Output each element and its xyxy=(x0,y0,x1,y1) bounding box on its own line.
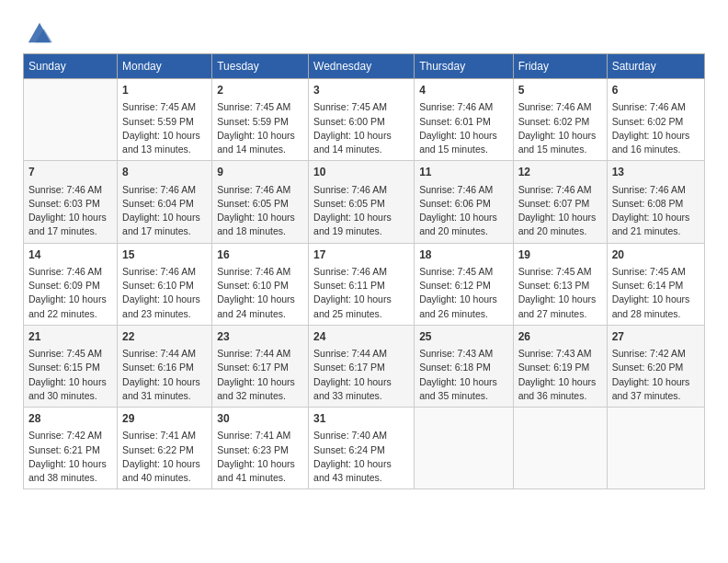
day-of-week-header: Wednesday xyxy=(309,54,415,79)
day-number: 8 xyxy=(122,165,207,180)
calendar-week-row: 1Sunrise: 7:45 AMSunset: 5:59 PMDaylight… xyxy=(24,79,705,161)
calendar-week-row: 7Sunrise: 7:46 AMSunset: 6:03 PMDaylight… xyxy=(24,161,705,243)
day-of-week-header: Saturday xyxy=(607,54,704,79)
day-of-week-header: Monday xyxy=(118,54,212,79)
day-number: 7 xyxy=(28,165,112,180)
calendar-day-cell: 14Sunrise: 7:46 AMSunset: 6:09 PMDayligh… xyxy=(24,243,118,325)
day-number: 6 xyxy=(612,83,700,98)
calendar-week-row: 21Sunrise: 7:45 AMSunset: 6:15 PMDayligh… xyxy=(24,325,705,407)
calendar-day-cell: 28Sunrise: 7:42 AMSunset: 6:21 PMDayligh… xyxy=(24,408,118,489)
calendar-day-cell: 31Sunrise: 7:40 AMSunset: 6:24 PMDayligh… xyxy=(309,408,415,489)
day-number: 5 xyxy=(518,83,602,98)
calendar-day-cell xyxy=(415,408,513,489)
day-number: 16 xyxy=(217,247,303,263)
day-number: 31 xyxy=(313,411,409,427)
day-number: 21 xyxy=(28,329,112,345)
day-of-week-header: Tuesday xyxy=(212,54,309,79)
calendar-day-cell: 7Sunrise: 7:46 AMSunset: 6:03 PMDaylight… xyxy=(24,161,118,243)
calendar-day-cell xyxy=(607,408,704,489)
calendar-day-cell: 4Sunrise: 7:46 AMSunset: 6:01 PMDaylight… xyxy=(415,79,513,161)
calendar-day-cell: 30Sunrise: 7:41 AMSunset: 6:23 PMDayligh… xyxy=(212,408,309,489)
logo xyxy=(23,18,52,44)
day-number: 15 xyxy=(122,247,207,263)
calendar-week-row: 14Sunrise: 7:46 AMSunset: 6:09 PMDayligh… xyxy=(24,243,705,325)
calendar-day-cell: 26Sunrise: 7:43 AMSunset: 6:19 PMDayligh… xyxy=(513,325,607,407)
calendar-header-row: SundayMondayTuesdayWednesdayThursdayFrid… xyxy=(24,54,705,79)
day-number: 25 xyxy=(419,329,507,345)
day-number: 18 xyxy=(419,247,507,263)
calendar-day-cell xyxy=(24,79,118,161)
calendar-day-cell: 12Sunrise: 7:46 AMSunset: 6:07 PMDayligh… xyxy=(513,161,607,243)
day-number: 10 xyxy=(313,165,409,180)
calendar-day-cell: 19Sunrise: 7:45 AMSunset: 6:13 PMDayligh… xyxy=(513,243,607,325)
calendar-day-cell: 13Sunrise: 7:46 AMSunset: 6:08 PMDayligh… xyxy=(607,161,704,243)
calendar-day-cell: 23Sunrise: 7:44 AMSunset: 6:17 PMDayligh… xyxy=(212,325,309,407)
day-number: 11 xyxy=(419,165,507,180)
day-number: 20 xyxy=(612,247,700,263)
day-number: 28 xyxy=(28,411,112,427)
day-number: 23 xyxy=(217,329,303,345)
calendar-day-cell: 20Sunrise: 7:45 AMSunset: 6:14 PMDayligh… xyxy=(607,243,704,325)
calendar-day-cell: 29Sunrise: 7:41 AMSunset: 6:22 PMDayligh… xyxy=(118,408,212,489)
day-number: 1 xyxy=(122,83,207,98)
calendar-day-cell: 8Sunrise: 7:46 AMSunset: 6:04 PMDaylight… xyxy=(118,161,212,243)
day-number: 4 xyxy=(419,83,507,98)
day-number: 27 xyxy=(612,329,700,345)
calendar-day-cell: 18Sunrise: 7:45 AMSunset: 6:12 PMDayligh… xyxy=(415,243,513,325)
calendar-week-row: 28Sunrise: 7:42 AMSunset: 6:21 PMDayligh… xyxy=(24,408,705,489)
calendar-table: SundayMondayTuesdayWednesdayThursdayFrid… xyxy=(23,53,705,489)
calendar-day-cell: 16Sunrise: 7:46 AMSunset: 6:10 PMDayligh… xyxy=(212,243,309,325)
day-number: 14 xyxy=(28,247,112,263)
calendar-day-cell: 2Sunrise: 7:45 AMSunset: 5:59 PMDaylight… xyxy=(212,79,309,161)
day-number: 9 xyxy=(217,165,303,180)
calendar-day-cell: 24Sunrise: 7:44 AMSunset: 6:17 PMDayligh… xyxy=(309,325,415,407)
calendar-day-cell: 11Sunrise: 7:46 AMSunset: 6:06 PMDayligh… xyxy=(415,161,513,243)
calendar-day-cell: 22Sunrise: 7:44 AMSunset: 6:16 PMDayligh… xyxy=(118,325,212,407)
day-number: 3 xyxy=(313,83,409,98)
calendar-day-cell: 27Sunrise: 7:42 AMSunset: 6:20 PMDayligh… xyxy=(607,325,704,407)
calendar-day-cell: 10Sunrise: 7:46 AMSunset: 6:05 PMDayligh… xyxy=(309,161,415,243)
day-number: 17 xyxy=(313,247,409,263)
calendar-day-cell: 21Sunrise: 7:45 AMSunset: 6:15 PMDayligh… xyxy=(24,325,118,407)
calendar-day-cell: 17Sunrise: 7:46 AMSunset: 6:11 PMDayligh… xyxy=(309,243,415,325)
day-number: 13 xyxy=(612,165,700,180)
day-number: 2 xyxy=(217,83,303,98)
calendar-day-cell: 3Sunrise: 7:45 AMSunset: 6:00 PMDaylight… xyxy=(309,79,415,161)
day-of-week-header: Sunday xyxy=(24,54,118,79)
day-number: 19 xyxy=(518,247,602,263)
calendar-day-cell: 25Sunrise: 7:43 AMSunset: 6:18 PMDayligh… xyxy=(415,325,513,407)
calendar-day-cell xyxy=(513,408,607,489)
calendar-day-cell: 9Sunrise: 7:46 AMSunset: 6:05 PMDaylight… xyxy=(212,161,309,243)
calendar-day-cell: 5Sunrise: 7:46 AMSunset: 6:02 PMDaylight… xyxy=(513,79,607,161)
day-number: 22 xyxy=(122,329,207,345)
day-number: 26 xyxy=(518,329,602,345)
calendar-day-cell: 15Sunrise: 7:46 AMSunset: 6:10 PMDayligh… xyxy=(118,243,212,325)
day-number: 29 xyxy=(122,411,207,427)
day-of-week-header: Friday xyxy=(513,54,607,79)
day-number: 24 xyxy=(313,329,409,345)
calendar-day-cell: 1Sunrise: 7:45 AMSunset: 5:59 PMDaylight… xyxy=(118,79,212,161)
calendar-day-cell: 6Sunrise: 7:46 AMSunset: 6:02 PMDaylight… xyxy=(607,79,704,161)
page-header xyxy=(9,9,719,49)
logo-icon xyxy=(27,18,52,44)
day-number: 30 xyxy=(217,411,303,427)
day-of-week-header: Thursday xyxy=(415,54,513,79)
day-number: 12 xyxy=(518,165,602,180)
